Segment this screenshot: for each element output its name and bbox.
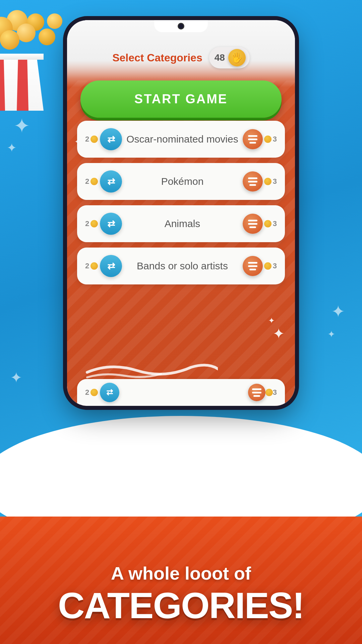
header: Select Categories 48 🖐: [67, 47, 295, 68]
bottom-subtitle: A whole looot of: [0, 563, 362, 584]
phone-notch: [154, 20, 208, 32]
left-badge: 2: [85, 135, 98, 144]
left-coin-icon: [90, 136, 98, 143]
left-badge: 2: [85, 177, 98, 186]
right-coin-icon: [264, 136, 272, 143]
difficulty-icon: [243, 129, 263, 149]
right-num: 3: [273, 219, 277, 228]
scribble-decoration: [84, 356, 218, 382]
partial-category-card[interactable]: 2 ⇄ 3: [77, 379, 285, 406]
right-badge: 3: [243, 171, 277, 192]
left-num: 2: [85, 177, 89, 186]
front-camera: [178, 23, 184, 30]
right-coin-icon: [264, 220, 272, 227]
coin-count: 48: [215, 52, 225, 63]
right-num: 3: [273, 135, 277, 144]
right-coin-icon: [264, 262, 272, 270]
left-num: 2: [85, 219, 89, 228]
hand-coin-icon: 🖐: [228, 49, 246, 66]
swap-button[interactable]: ⇄: [100, 128, 122, 150]
left-num: 2: [85, 388, 89, 397]
left-num: 2: [85, 262, 89, 270]
left-coin-icon: [90, 389, 98, 396]
category-name: Animals: [122, 218, 243, 229]
difficulty-icon: [243, 214, 263, 234]
left-badge: 2: [85, 219, 98, 228]
start-game-button[interactable]: START GAME: [80, 80, 282, 118]
swap-button[interactable]: ⇄: [100, 383, 119, 402]
header-title: Select Categories: [112, 52, 202, 64]
category-card-pokemon[interactable]: 2 ⇄ Pokémon 3: [77, 163, 285, 200]
left-coin-icon: [90, 262, 98, 270]
right-num: 3: [273, 262, 277, 270]
left-badge: 2: [85, 388, 98, 397]
left-badge: 2: [85, 262, 98, 270]
sparkle-icon-3: ✦: [273, 325, 285, 342]
category-name: Oscar-nominated movies: [122, 133, 243, 145]
category-card-oscar[interactable]: 2 ⇄ Oscar-nominated movies 3: [77, 121, 285, 158]
bottom-text-area: A whole looot of CATEGORIES!: [0, 563, 362, 624]
start-button-area: START GAME: [80, 80, 282, 118]
swap-button[interactable]: ⇄: [100, 255, 122, 277]
coin-badge: 48 🖐: [209, 47, 250, 68]
difficulty-icon: [243, 256, 263, 276]
phone-inner: Select Categories 48 🖐 START GAME ✦ ✦ 2 …: [67, 20, 295, 406]
swap-button[interactable]: ⇄: [100, 213, 122, 235]
popcorn-decoration: [0, 10, 74, 111]
category-name: Pokémon: [122, 176, 243, 187]
right-coin-icon: [264, 178, 272, 185]
right-num: 3: [273, 388, 277, 397]
category-card-bands[interactable]: 2 ⇄ Bands or solo artists 3: [77, 248, 285, 284]
right-badge: 3: [243, 256, 277, 276]
bottom-section: A whole looot of CATEGORIES!: [0, 490, 362, 644]
categories-list: 2 ⇄ Oscar-nominated movies 3: [77, 121, 285, 284]
right-num: 3: [273, 177, 277, 186]
bottom-title: CATEGORIES!: [0, 587, 362, 624]
sparkle-icon-4: ✦: [268, 316, 275, 325]
category-name: Bands or solo artists: [122, 260, 243, 272]
right-badge: 3: [243, 129, 277, 149]
difficulty-icon: [248, 384, 265, 401]
swap-button[interactable]: ⇄: [100, 170, 122, 193]
category-card-animals[interactable]: 2 ⇄ Animals 3: [77, 205, 285, 242]
left-coin-icon: [90, 220, 98, 227]
difficulty-icon: [243, 171, 263, 192]
left-num: 2: [85, 135, 89, 144]
left-coin-icon: [90, 178, 98, 185]
phone-shell: Select Categories 48 🖐 START GAME ✦ ✦ 2 …: [67, 20, 295, 406]
right-badge: 3: [243, 214, 277, 234]
right-coin-icon: [265, 389, 273, 396]
